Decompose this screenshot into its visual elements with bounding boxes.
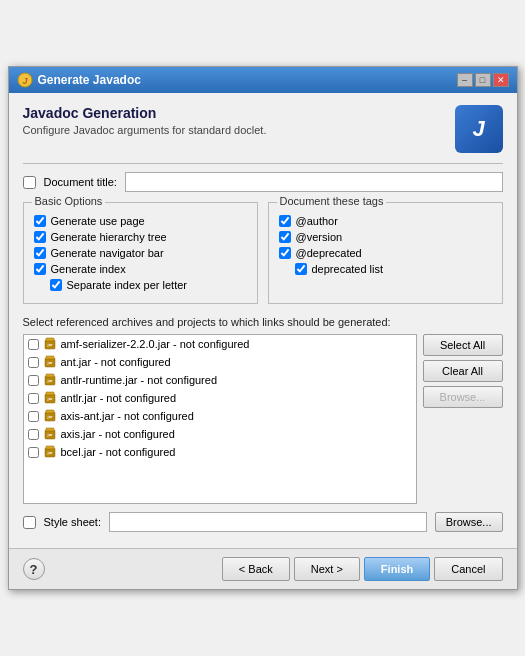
list-item[interactable]: jar amf-serializer-2.2.0.jar - not confi…	[24, 335, 416, 353]
svg-rect-12	[46, 392, 54, 395]
jar-icon: jar	[43, 355, 57, 369]
archive-name-0: amf-serializer-2.2.0.jar - not configure…	[61, 338, 250, 350]
jar-icon: jar	[43, 427, 57, 441]
list-item: @deprecated	[279, 247, 492, 259]
basic-options-group: Basic Options Generate use page Generate…	[23, 202, 258, 304]
archive-checkbox-1[interactable]	[28, 357, 39, 368]
list-item[interactable]: jar bcel.jar - not configured	[24, 443, 416, 461]
svg-text:jar: jar	[46, 450, 52, 455]
author-checkbox[interactable]	[279, 215, 291, 227]
back-button[interactable]: < Back	[222, 557, 290, 581]
archive-name-4: axis-ant.jar - not configured	[61, 410, 194, 422]
list-item[interactable]: jar antlr-runtime.jar - not configured	[24, 371, 416, 389]
author-label: @author	[296, 215, 338, 227]
svg-text:jar: jar	[46, 396, 52, 401]
jar-icon: jar	[43, 445, 57, 459]
browse-button[interactable]: Browse...	[423, 386, 503, 408]
use-page-checkbox[interactable]	[34, 215, 46, 227]
svg-text:jar: jar	[46, 432, 52, 437]
list-item: deprecated list	[295, 263, 492, 275]
archive-name-3: antlr.jar - not configured	[61, 392, 177, 404]
style-browse-button[interactable]: Browse...	[435, 512, 503, 532]
finish-button[interactable]: Finish	[364, 557, 430, 581]
deprecated-label: @deprecated	[296, 247, 362, 259]
jar-icon: jar	[43, 391, 57, 405]
next-button[interactable]: Next >	[294, 557, 360, 581]
svg-text:jar: jar	[46, 378, 52, 383]
svg-rect-6	[46, 356, 54, 359]
titlebar-left: J Generate Javadoc	[17, 72, 141, 88]
archives-listbox[interactable]: jar amf-serializer-2.2.0.jar - not confi…	[23, 334, 417, 504]
close-button[interactable]: ✕	[493, 73, 509, 87]
archive-checkbox-0[interactable]	[28, 339, 39, 350]
window-title: Generate Javadoc	[38, 73, 141, 87]
version-checkbox[interactable]	[279, 231, 291, 243]
deprecated-list-checkbox[interactable]	[295, 263, 307, 275]
hierarchy-tree-checkbox[interactable]	[34, 231, 46, 243]
clear-all-button[interactable]: Clear All	[423, 360, 503, 382]
archives-label: Select referenced archives and projects …	[23, 316, 503, 328]
help-button[interactable]: ?	[23, 558, 45, 580]
use-page-label: Generate use page	[51, 215, 145, 227]
style-sheet-row: Style sheet: Browse...	[23, 512, 503, 532]
doc-title-row: Document title:	[23, 172, 503, 192]
index-label: Generate index	[51, 263, 126, 275]
page-title: Javadoc Generation	[23, 105, 267, 121]
main-content: Javadoc Generation Configure Javadoc arg…	[9, 93, 517, 548]
svg-rect-15	[46, 410, 54, 413]
list-item: Separate index per letter	[50, 279, 247, 291]
style-sheet-label: Style sheet:	[44, 516, 101, 528]
deprecated-checkbox[interactable]	[279, 247, 291, 259]
minimize-button[interactable]: –	[457, 73, 473, 87]
list-item[interactable]: jar ant.jar - not configured	[24, 353, 416, 371]
archive-name-2: antlr-runtime.jar - not configured	[61, 374, 218, 386]
options-container: Basic Options Generate use page Generate…	[23, 202, 503, 304]
list-item[interactable]: jar antlr.jar - not configured	[24, 389, 416, 407]
archive-name-5: axis.jar - not configured	[61, 428, 175, 440]
list-item: Generate index	[34, 263, 247, 275]
window-icon: J	[17, 72, 33, 88]
list-buttons: Select All Clear All Browse...	[423, 334, 503, 504]
version-label: @version	[296, 231, 343, 243]
deprecated-list-label: deprecated list	[312, 263, 384, 275]
separate-index-checkbox[interactable]	[50, 279, 62, 291]
list-item[interactable]: jar axis-ant.jar - not configured	[24, 407, 416, 425]
svg-text:jar: jar	[46, 360, 52, 365]
svg-rect-18	[46, 428, 54, 431]
svg-text:jar: jar	[46, 342, 52, 347]
archive-checkbox-5[interactable]	[28, 429, 39, 440]
separate-index-label: Separate index per letter	[67, 279, 187, 291]
archive-checkbox-6[interactable]	[28, 447, 39, 458]
archive-checkbox-4[interactable]	[28, 411, 39, 422]
divider-1	[23, 163, 503, 164]
jar-icon: jar	[43, 409, 57, 423]
list-item: Generate navigator bar	[34, 247, 247, 259]
header-text: Javadoc Generation Configure Javadoc arg…	[23, 105, 267, 136]
style-sheet-input[interactable]	[109, 512, 427, 532]
select-all-button[interactable]: Select All	[423, 334, 503, 356]
basic-options-title: Basic Options	[32, 195, 106, 207]
style-sheet-checkbox[interactable]	[23, 516, 36, 529]
archive-checkbox-2[interactable]	[28, 375, 39, 386]
archive-name-1: ant.jar - not configured	[61, 356, 171, 368]
doc-tags-title: Document these tags	[277, 195, 387, 207]
nav-buttons: < Back Next > Finish Cancel	[222, 557, 503, 581]
navigator-bar-checkbox[interactable]	[34, 247, 46, 259]
titlebar-controls: – □ ✕	[457, 73, 509, 87]
maximize-button[interactable]: □	[475, 73, 491, 87]
svg-rect-21	[46, 446, 54, 449]
index-checkbox[interactable]	[34, 263, 46, 275]
list-section: jar amf-serializer-2.2.0.jar - not confi…	[23, 334, 503, 504]
doc-title-input[interactable]	[125, 172, 503, 192]
doc-title-checkbox[interactable]	[23, 176, 36, 189]
jar-icon: jar	[43, 337, 57, 351]
list-item[interactable]: jar axis.jar - not configured	[24, 425, 416, 443]
page-subtitle: Configure Javadoc arguments for standard…	[23, 124, 267, 136]
cancel-button[interactable]: Cancel	[434, 557, 502, 581]
bottom-bar: ? < Back Next > Finish Cancel	[9, 548, 517, 589]
svg-rect-3	[46, 338, 54, 341]
hierarchy-tree-label: Generate hierarchy tree	[51, 231, 167, 243]
list-item: @version	[279, 231, 492, 243]
archive-checkbox-3[interactable]	[28, 393, 39, 404]
javadoc-icon: J	[455, 105, 503, 153]
